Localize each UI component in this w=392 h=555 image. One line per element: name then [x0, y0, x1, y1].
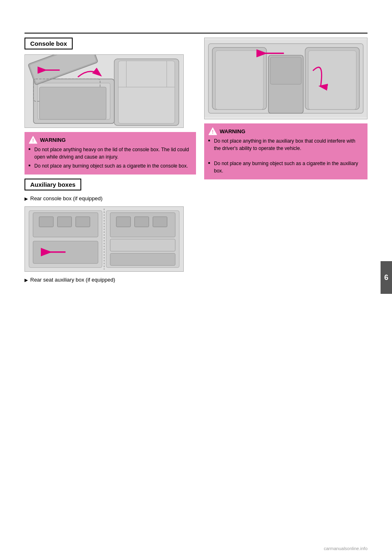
- aux-bullet-2-text: Rear seat auxiliary box (if equipped): [30, 277, 115, 283]
- left-column: Console box: [24, 34, 196, 285]
- watermark: carmanualsonline.info: [324, 546, 368, 551]
- svg-rect-24: [116, 217, 131, 227]
- aux-bullet-1: Rear console box (if equipped): [24, 195, 196, 201]
- right-warning-box: ! WARNING Do not place anything in the a…: [204, 123, 368, 179]
- right-warning-text-2: Do not place any burning object such as …: [208, 160, 363, 175]
- right-column: ! WARNING Do not place anything in the a…: [204, 34, 368, 285]
- console-box-illustration: [24, 54, 184, 128]
- console-warning-header: ! WARNING: [29, 135, 192, 144]
- svg-rect-11: [40, 87, 106, 119]
- right-warning-icon: !: [208, 127, 217, 136]
- console-warning-bullet-2: Do not place any burning object such as …: [29, 162, 192, 170]
- svg-rect-18: [58, 217, 72, 227]
- svg-rect-25: [135, 217, 149, 227]
- aux-bullet-1-text: Rear console box (if equipped): [30, 195, 102, 201]
- console-box-header: Console box: [24, 38, 73, 49]
- aux-bullet-2: Rear seat auxiliary box (if equipped): [24, 277, 196, 283]
- console-warning-title: WARNING: [40, 137, 66, 143]
- page-tab: 6: [381, 261, 392, 294]
- auxiliary-boxes-header: Auxiliary boxes: [24, 179, 81, 190]
- svg-rect-17: [39, 217, 53, 227]
- console-warning-bullet-1: Do not place anything heavy on the lid o…: [29, 146, 192, 161]
- right-illustration-1: [204, 38, 368, 119]
- console-warning-text: Do not place anything heavy on the lid o…: [29, 146, 192, 170]
- page-tab-number: 6: [384, 273, 388, 282]
- content-area: Console box: [24, 34, 368, 285]
- svg-text:!: !: [212, 129, 214, 135]
- right-warning-bullet-1: Do not place anything in the auxiliary b…: [208, 137, 363, 152]
- svg-text:!: !: [32, 138, 34, 143]
- svg-rect-34: [308, 51, 356, 110]
- page-container: Console box: [0, 0, 392, 555]
- svg-rect-27: [110, 239, 175, 251]
- svg-rect-32: [216, 51, 264, 110]
- warning-icon: !: [29, 135, 38, 144]
- right-warning-title: WARNING: [220, 128, 245, 134]
- console-warning-box: ! WARNING Do not place anything heavy on…: [24, 132, 196, 175]
- svg-rect-2: [118, 61, 175, 123]
- svg-rect-28: [110, 253, 175, 266]
- right-warning-header: ! WARNING: [208, 127, 363, 136]
- console-box-section: Console box: [24, 38, 196, 283]
- right-warning-bullet-2: Do not place any burning object such as …: [208, 160, 363, 175]
- right-warning-text: Do not place anything in the auxiliary b…: [208, 137, 363, 152]
- svg-rect-26: [153, 217, 167, 227]
- aux-box-illustration: [24, 206, 184, 272]
- svg-rect-19: [76, 217, 90, 227]
- svg-rect-36: [270, 57, 301, 84]
